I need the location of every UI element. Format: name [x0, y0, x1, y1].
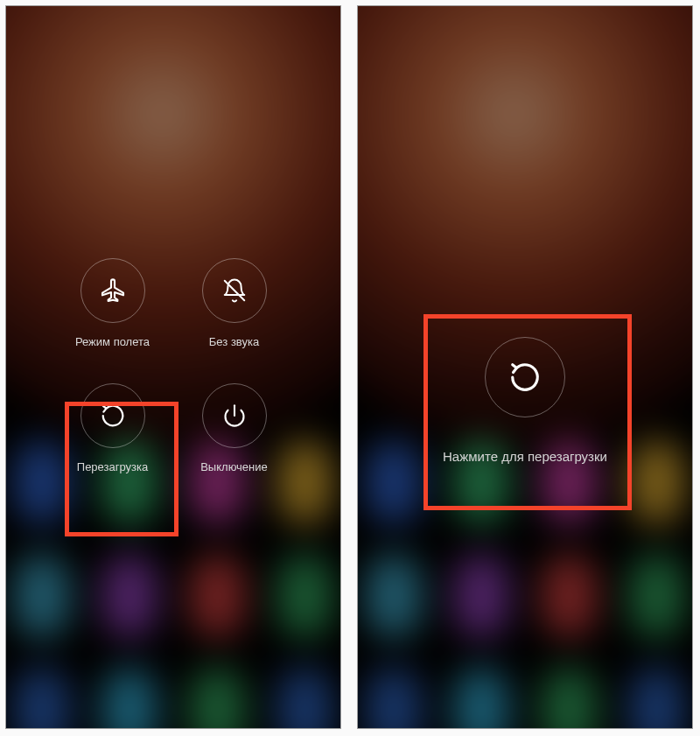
bell-off-icon — [202, 258, 267, 323]
airplane-mode-label: Режим полета — [75, 335, 150, 348]
phone-screen-power-menu: Режим полета Без звука — [5, 5, 341, 729]
reboot-confirm-wrap: Нажмите для перезагрузки — [411, 337, 639, 464]
reboot-confirm-button[interactable] — [485, 337, 565, 417]
silent-mode-item[interactable]: Без звука — [181, 258, 287, 348]
poweroff-label: Выключение — [200, 460, 268, 473]
poweroff-item[interactable]: Выключение — [181, 383, 287, 473]
reboot-label: Перезагрузка — [77, 460, 148, 473]
phone-screen-reboot-confirm: Нажмите для перезагрузки — [357, 5, 693, 729]
power-icon — [202, 383, 267, 448]
reboot-item[interactable]: Перезагрузка — [60, 383, 165, 473]
reboot-icon — [80, 383, 145, 448]
reboot-icon — [508, 361, 542, 394]
power-menu-grid: Режим полета Без звука — [60, 258, 287, 473]
airplane-icon — [80, 258, 145, 323]
airplane-mode-item[interactable]: Режим полета — [60, 258, 165, 348]
reboot-confirm-label: Нажмите для перезагрузки — [443, 449, 607, 464]
silent-mode-label: Без звука — [209, 335, 259, 348]
